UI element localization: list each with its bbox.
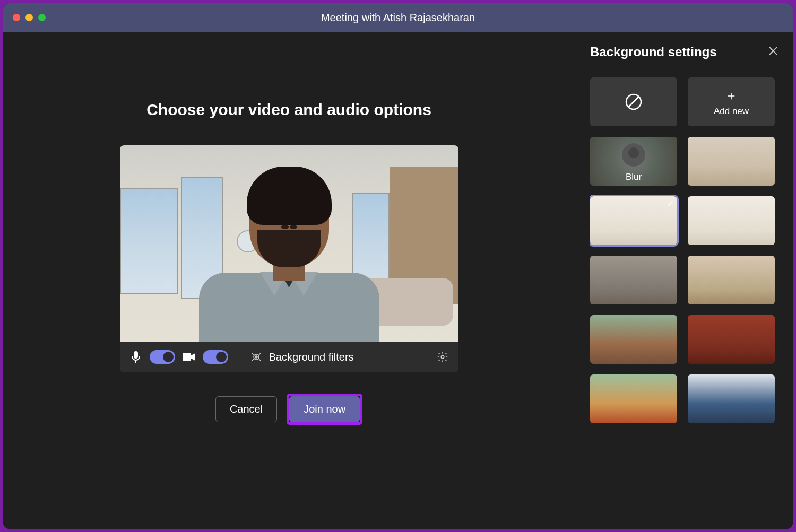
join-highlight: Join now [287, 394, 362, 425]
camera-preview [120, 145, 458, 342]
check-icon: ✓ [667, 198, 674, 208]
body-area: Choose your video and audio options [3, 32, 793, 529]
background-blur[interactable]: Blur [590, 137, 677, 186]
bg-room-window [120, 188, 178, 294]
window-controls [13, 14, 46, 21]
mic-icon [129, 351, 142, 363]
av-controls-bar: Background filters [120, 342, 458, 372]
filters-label-text: Background filters [269, 351, 354, 363]
background-grid[interactable]: ＋ Add new Blur ✓ [590, 77, 778, 423]
side-panel-title: Background settings [590, 45, 717, 59]
plus-icon: ＋ [725, 87, 738, 104]
window-title: Meeting with Atish Rajasekharan [321, 12, 475, 24]
svg-line-8 [259, 353, 261, 355]
video-preview-card: Background filters [120, 145, 458, 372]
app-window: Meeting with Atish Rajasekharan Choose y… [3, 3, 793, 529]
background-thumb-4[interactable] [590, 256, 677, 304]
blur-label: Blur [626, 172, 642, 182]
background-thumb-1[interactable] [688, 137, 775, 186]
svg-point-9 [441, 355, 444, 359]
side-panel-header: Background settings [590, 45, 778, 59]
none-icon [625, 93, 643, 111]
svg-line-13 [628, 97, 639, 107]
maximize-window-button[interactable] [38, 14, 46, 21]
background-add-new[interactable]: ＋ Add new [688, 77, 775, 126]
filters-icon [250, 351, 263, 363]
camera-icon [183, 351, 195, 363]
background-filters-button[interactable]: Background filters [250, 351, 429, 363]
background-thumb-7[interactable] [688, 315, 775, 364]
background-thumb-8[interactable] [590, 374, 677, 423]
svg-line-7 [252, 359, 254, 361]
background-thumb-6[interactable] [590, 315, 677, 364]
svg-rect-0 [134, 351, 138, 359]
background-thumb-9[interactable] [688, 374, 775, 423]
svg-line-6 [259, 359, 261, 361]
avatar-icon [622, 143, 645, 167]
camera-toggle[interactable] [203, 350, 228, 364]
settings-button[interactable] [436, 351, 449, 363]
background-none[interactable] [590, 77, 677, 126]
mic-toggle[interactable] [150, 350, 175, 364]
close-panel-button[interactable] [768, 46, 778, 58]
background-thumb-3[interactable] [688, 196, 775, 245]
titlebar: Meeting with Atish Rajasekharan [3, 3, 793, 32]
minimize-window-button[interactable] [25, 14, 33, 21]
close-window-button[interactable] [13, 14, 20, 21]
person-silhouette [199, 156, 379, 342]
prejoin-main: Choose your video and audio options [3, 32, 575, 529]
divider [239, 349, 239, 365]
add-new-label: Add new [714, 106, 749, 117]
svg-point-4 [255, 356, 257, 358]
background-thumb-2[interactable]: ✓ [590, 196, 677, 245]
svg-rect-2 [183, 353, 191, 361]
cancel-button[interactable]: Cancel [215, 396, 277, 422]
page-heading: Choose your video and audio options [146, 101, 431, 119]
svg-line-5 [252, 353, 254, 355]
action-buttons: Cancel Join now [215, 394, 362, 425]
background-thumb-5[interactable] [688, 256, 775, 304]
background-settings-panel: Background settings ＋ Add new Blur [575, 32, 793, 529]
join-now-button[interactable]: Join now [289, 396, 360, 422]
